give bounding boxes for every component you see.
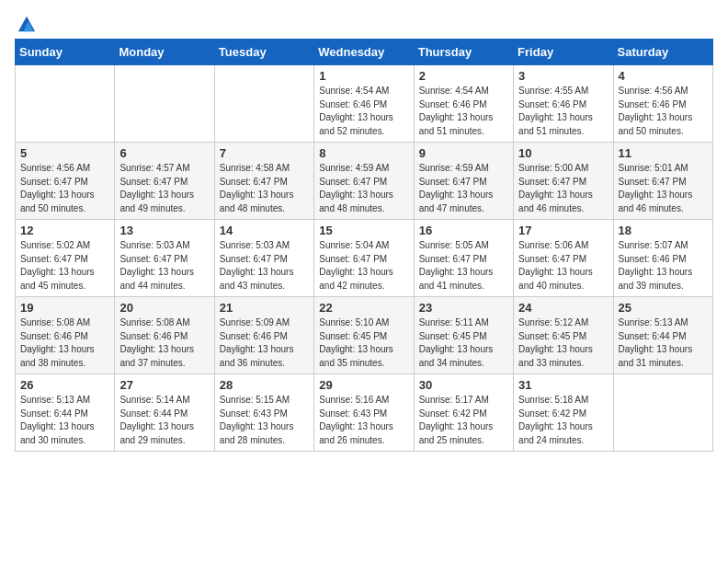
calendar-empty-cell bbox=[613, 374, 712, 452]
calendar-day-cell: 17Sunrise: 5:06 AMSunset: 6:47 PMDayligh… bbox=[514, 220, 613, 297]
day-number: 4 bbox=[619, 69, 708, 83]
calendar-day-cell: 13Sunrise: 5:03 AMSunset: 6:47 PMDayligh… bbox=[115, 220, 214, 297]
day-info: Sunrise: 4:59 AMSunset: 6:47 PMDaylight:… bbox=[419, 162, 508, 215]
day-number: 23 bbox=[419, 301, 508, 315]
calendar-day-cell: 9Sunrise: 4:59 AMSunset: 6:47 PMDaylight… bbox=[414, 143, 513, 220]
day-number: 6 bbox=[119, 146, 209, 160]
calendar-day-cell: 8Sunrise: 4:59 AMSunset: 6:47 PMDaylight… bbox=[314, 143, 414, 220]
day-info: Sunrise: 5:11 AMSunset: 6:45 PMDaylight:… bbox=[419, 316, 508, 370]
calendar-week-row: 26Sunrise: 5:13 AMSunset: 6:44 PMDayligh… bbox=[16, 374, 713, 452]
calendar-table: SundayMondayTuesdayWednesdayThursdayFrid… bbox=[15, 39, 713, 452]
day-info: Sunrise: 5:07 AMSunset: 6:46 PMDaylight:… bbox=[619, 239, 708, 293]
day-number: 25 bbox=[619, 301, 708, 315]
calendar-day-cell: 12Sunrise: 5:02 AMSunset: 6:47 PMDayligh… bbox=[16, 220, 115, 297]
day-info: Sunrise: 5:14 AMSunset: 6:44 PMDaylight:… bbox=[119, 394, 209, 447]
col-header-thursday: Thursday bbox=[414, 40, 513, 65]
day-number: 27 bbox=[119, 378, 209, 392]
day-info: Sunrise: 4:58 AMSunset: 6:47 PMDaylight:… bbox=[220, 162, 309, 215]
calendar-week-row: 1Sunrise: 4:54 AMSunset: 6:46 PMDaylight… bbox=[16, 65, 713, 143]
day-info: Sunrise: 5:00 AMSunset: 6:47 PMDaylight:… bbox=[518, 162, 608, 215]
day-number: 2 bbox=[419, 69, 508, 83]
calendar-day-cell: 7Sunrise: 4:58 AMSunset: 6:47 PMDaylight… bbox=[214, 143, 313, 220]
day-number: 24 bbox=[518, 301, 608, 315]
calendar-day-cell: 23Sunrise: 5:11 AMSunset: 6:45 PMDayligh… bbox=[414, 297, 513, 374]
day-info: Sunrise: 4:54 AMSunset: 6:46 PMDaylight:… bbox=[419, 85, 508, 138]
calendar-day-cell: 4Sunrise: 4:56 AMSunset: 6:46 PMDaylight… bbox=[613, 65, 712, 143]
calendar-day-cell: 24Sunrise: 5:12 AMSunset: 6:45 PMDayligh… bbox=[514, 297, 613, 374]
calendar-day-cell: 26Sunrise: 5:13 AMSunset: 6:44 PMDayligh… bbox=[16, 374, 115, 452]
day-number: 10 bbox=[518, 146, 608, 160]
calendar-empty-cell bbox=[115, 65, 214, 143]
day-number: 9 bbox=[419, 146, 508, 160]
calendar-empty-cell bbox=[16, 65, 115, 143]
day-number: 7 bbox=[220, 146, 309, 160]
day-number: 29 bbox=[319, 378, 408, 392]
day-number: 15 bbox=[319, 224, 408, 237]
day-number: 31 bbox=[518, 378, 608, 392]
col-header-tuesday: Tuesday bbox=[214, 40, 313, 65]
day-number: 17 bbox=[518, 224, 608, 237]
calendar-header-row: SundayMondayTuesdayWednesdayThursdayFrid… bbox=[16, 40, 713, 65]
day-number: 14 bbox=[220, 224, 309, 237]
day-info: Sunrise: 5:15 AMSunset: 6:43 PMDaylight:… bbox=[220, 394, 309, 447]
calendar-day-cell: 25Sunrise: 5:13 AMSunset: 6:44 PMDayligh… bbox=[613, 297, 712, 374]
day-number: 26 bbox=[20, 378, 109, 392]
calendar-empty-cell bbox=[214, 65, 313, 143]
calendar-day-cell: 22Sunrise: 5:10 AMSunset: 6:45 PMDayligh… bbox=[314, 297, 414, 374]
day-info: Sunrise: 4:54 AMSunset: 6:46 PMDaylight:… bbox=[319, 85, 408, 138]
day-info: Sunrise: 4:57 AMSunset: 6:47 PMDaylight:… bbox=[119, 162, 209, 215]
day-number: 20 bbox=[119, 301, 209, 315]
calendar-week-row: 5Sunrise: 4:56 AMSunset: 6:47 PMDaylight… bbox=[16, 143, 713, 220]
day-number: 21 bbox=[220, 301, 309, 315]
col-header-friday: Friday bbox=[514, 40, 613, 65]
day-info: Sunrise: 5:05 AMSunset: 6:47 PMDaylight:… bbox=[419, 239, 508, 293]
day-info: Sunrise: 5:02 AMSunset: 6:47 PMDaylight:… bbox=[20, 239, 109, 293]
col-header-sunday: Sunday bbox=[16, 40, 115, 65]
calendar-day-cell: 27Sunrise: 5:14 AMSunset: 6:44 PMDayligh… bbox=[115, 374, 214, 452]
calendar-day-cell: 20Sunrise: 5:08 AMSunset: 6:46 PMDayligh… bbox=[115, 297, 214, 374]
day-info: Sunrise: 5:17 AMSunset: 6:42 PMDaylight:… bbox=[419, 394, 508, 447]
day-info: Sunrise: 5:06 AMSunset: 6:47 PMDaylight:… bbox=[518, 239, 608, 293]
day-info: Sunrise: 4:56 AMSunset: 6:46 PMDaylight:… bbox=[619, 85, 708, 138]
page-container: SundayMondayTuesdayWednesdayThursdayFrid… bbox=[0, 0, 728, 459]
day-info: Sunrise: 5:01 AMSunset: 6:47 PMDaylight:… bbox=[619, 162, 708, 215]
page-header bbox=[15, 15, 713, 29]
day-info: Sunrise: 5:08 AMSunset: 6:46 PMDaylight:… bbox=[119, 316, 209, 370]
day-info: Sunrise: 5:09 AMSunset: 6:46 PMDaylight:… bbox=[220, 316, 309, 370]
day-number: 16 bbox=[419, 224, 508, 237]
calendar-day-cell: 6Sunrise: 4:57 AMSunset: 6:47 PMDaylight… bbox=[115, 143, 214, 220]
day-number: 19 bbox=[20, 301, 109, 315]
calendar-day-cell: 11Sunrise: 5:01 AMSunset: 6:47 PMDayligh… bbox=[613, 143, 712, 220]
day-number: 28 bbox=[220, 378, 309, 392]
calendar-day-cell: 16Sunrise: 5:05 AMSunset: 6:47 PMDayligh… bbox=[414, 220, 513, 297]
calendar-day-cell: 21Sunrise: 5:09 AMSunset: 6:46 PMDayligh… bbox=[214, 297, 313, 374]
day-number: 8 bbox=[319, 146, 408, 160]
day-info: Sunrise: 4:56 AMSunset: 6:47 PMDaylight:… bbox=[20, 162, 109, 215]
day-info: Sunrise: 5:13 AMSunset: 6:44 PMDaylight:… bbox=[20, 394, 109, 447]
day-number: 5 bbox=[20, 146, 109, 160]
calendar-day-cell: 2Sunrise: 4:54 AMSunset: 6:46 PMDaylight… bbox=[414, 65, 513, 143]
day-number: 12 bbox=[20, 224, 109, 237]
calendar-day-cell: 14Sunrise: 5:03 AMSunset: 6:47 PMDayligh… bbox=[214, 220, 313, 297]
logo bbox=[15, 15, 37, 29]
calendar-day-cell: 31Sunrise: 5:18 AMSunset: 6:42 PMDayligh… bbox=[514, 374, 613, 452]
day-info: Sunrise: 5:12 AMSunset: 6:45 PMDaylight:… bbox=[518, 316, 608, 370]
day-number: 30 bbox=[419, 378, 508, 392]
calendar-day-cell: 30Sunrise: 5:17 AMSunset: 6:42 PMDayligh… bbox=[414, 374, 513, 452]
day-info: Sunrise: 5:03 AMSunset: 6:47 PMDaylight:… bbox=[119, 239, 209, 293]
col-header-saturday: Saturday bbox=[613, 40, 712, 65]
day-number: 11 bbox=[619, 146, 708, 160]
calendar-day-cell: 18Sunrise: 5:07 AMSunset: 6:46 PMDayligh… bbox=[613, 220, 712, 297]
day-number: 13 bbox=[119, 224, 209, 237]
calendar-week-row: 19Sunrise: 5:08 AMSunset: 6:46 PMDayligh… bbox=[16, 297, 713, 374]
day-info: Sunrise: 5:18 AMSunset: 6:42 PMDaylight:… bbox=[518, 394, 608, 447]
day-number: 22 bbox=[319, 301, 408, 315]
day-number: 1 bbox=[319, 69, 408, 83]
day-number: 18 bbox=[619, 224, 708, 237]
day-info: Sunrise: 5:04 AMSunset: 6:47 PMDaylight:… bbox=[319, 239, 408, 293]
day-info: Sunrise: 5:03 AMSunset: 6:47 PMDaylight:… bbox=[220, 239, 309, 293]
day-info: Sunrise: 5:08 AMSunset: 6:46 PMDaylight:… bbox=[20, 316, 109, 370]
calendar-day-cell: 29Sunrise: 5:16 AMSunset: 6:43 PMDayligh… bbox=[314, 374, 414, 452]
calendar-day-cell: 19Sunrise: 5:08 AMSunset: 6:46 PMDayligh… bbox=[16, 297, 115, 374]
day-info: Sunrise: 4:55 AMSunset: 6:46 PMDaylight:… bbox=[518, 85, 608, 138]
